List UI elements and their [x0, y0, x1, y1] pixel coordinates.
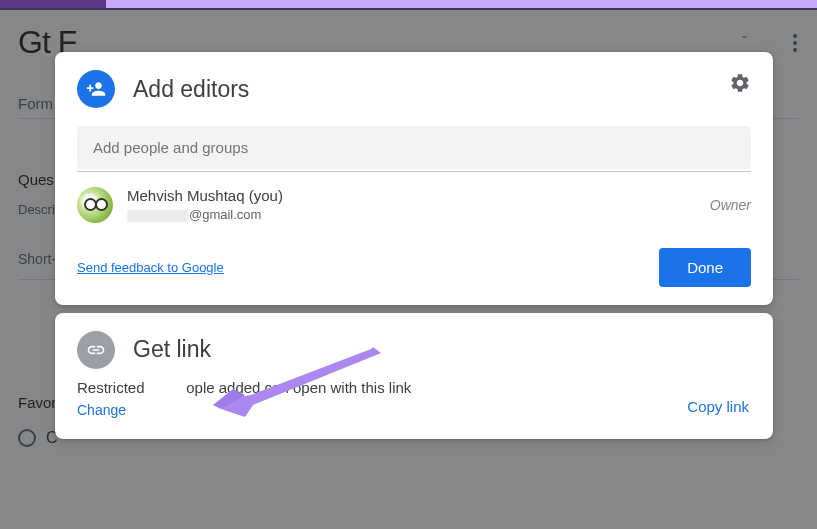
person-role: Owner: [710, 197, 751, 213]
done-button[interactable]: Done: [659, 248, 751, 287]
gear-icon: [729, 72, 751, 94]
get-link-title: Get link: [133, 336, 211, 363]
avatar: [77, 187, 113, 223]
add-editors-card: Add editors Mehvish Mushtaq (you) @gmail…: [55, 52, 773, 305]
person-info: Mehvish Mushtaq (you) @gmail.com: [127, 186, 696, 224]
add-people-input[interactable]: [77, 126, 751, 169]
person-email: @gmail.com: [127, 206, 696, 224]
person-add-icon: [77, 70, 115, 108]
card-footer: Send feedback to Google Done: [77, 248, 751, 287]
get-link-card: Get link Restricted ople added can open …: [55, 313, 773, 439]
link-icon: [77, 331, 115, 369]
editor-row[interactable]: Mehvish Mushtaq (you) @gmail.com Owner: [77, 186, 751, 224]
settings-button[interactable]: [729, 72, 751, 98]
input-underline: [77, 171, 751, 172]
add-editors-title: Add editors: [133, 76, 249, 103]
link-restriction-text: Restricted ople added can open with this…: [77, 379, 751, 396]
link-body: Restricted ople added can open with this…: [77, 379, 751, 419]
person-name: Mehvish Mushtaq (you): [127, 186, 696, 206]
share-dialog: Add editors Mehvish Mushtaq (you) @gmail…: [55, 52, 773, 439]
browser-tab-bar: [0, 0, 817, 8]
change-link[interactable]: Change: [77, 402, 126, 418]
send-feedback-link[interactable]: Send feedback to Google: [77, 260, 224, 275]
card-header: Get link: [77, 331, 751, 369]
card-header: Add editors: [77, 70, 751, 108]
copy-link-button[interactable]: Copy link: [687, 398, 749, 415]
